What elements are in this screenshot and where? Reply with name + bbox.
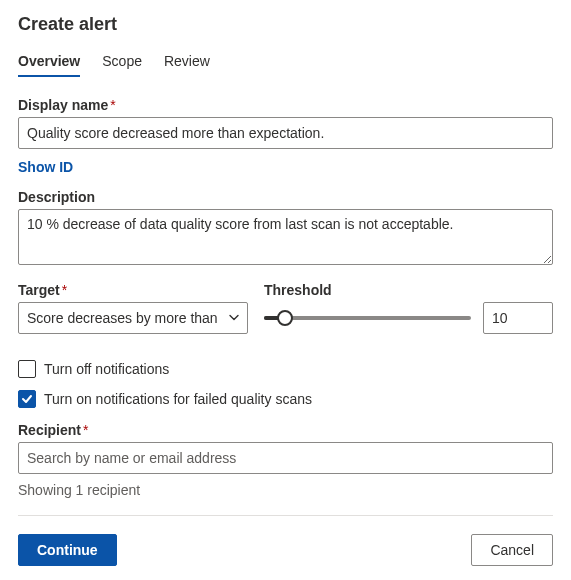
display-name-input[interactable] [18, 117, 553, 149]
description-label: Description [18, 189, 553, 205]
target-label: Target* [18, 282, 248, 298]
turn-off-notifications-label: Turn off notifications [44, 361, 169, 377]
page-title: Create alert [18, 14, 553, 35]
tab-review[interactable]: Review [164, 49, 210, 77]
threshold-slider[interactable] [264, 302, 471, 334]
slider-thumb[interactable] [277, 310, 293, 326]
threshold-label: Threshold [264, 282, 553, 298]
failed-scans-checkbox[interactable] [18, 390, 36, 408]
description-input[interactable]: 10 % decrease of data quality score from… [18, 209, 553, 265]
failed-scans-label: Turn on notifications for failed quality… [44, 391, 312, 407]
tab-bar: Overview Scope Review [18, 49, 553, 77]
cancel-button[interactable]: Cancel [471, 534, 553, 566]
recipient-label: Recipient* [18, 422, 553, 438]
footer: Continue Cancel [18, 515, 553, 566]
threshold-input[interactable] [483, 302, 553, 334]
show-id-link[interactable]: Show ID [18, 159, 73, 175]
tab-scope[interactable]: Scope [102, 49, 142, 77]
turn-off-notifications-checkbox[interactable] [18, 360, 36, 378]
recipient-count: Showing 1 recipient [18, 482, 553, 498]
continue-button[interactable]: Continue [18, 534, 117, 566]
target-select[interactable] [18, 302, 248, 334]
display-name-label: Display name* [18, 97, 553, 113]
recipient-input[interactable] [18, 442, 553, 474]
target-select-value[interactable] [18, 302, 248, 334]
tab-overview[interactable]: Overview [18, 49, 80, 77]
